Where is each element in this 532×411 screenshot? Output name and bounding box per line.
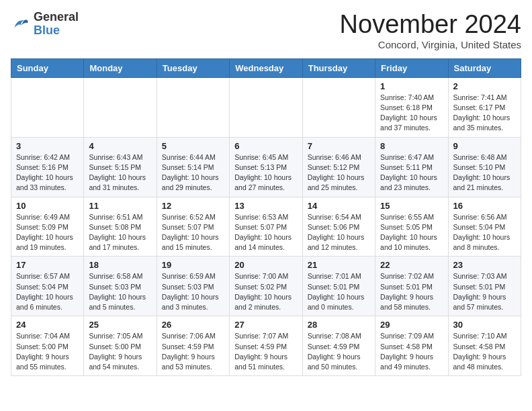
day-number: 28 xyxy=(308,320,370,330)
calendar-cell: 2Sunrise: 7:41 AM Sunset: 6:17 PM Daylig… xyxy=(448,77,521,137)
calendar-cell: 30Sunrise: 7:10 AM Sunset: 4:58 PM Dayli… xyxy=(448,316,521,376)
day-number: 27 xyxy=(234,320,297,330)
page-header: General Blue November 2024 Concord, Virg… xyxy=(11,11,521,50)
calendar-cell: 3Sunrise: 6:42 AM Sunset: 5:16 PM Daylig… xyxy=(11,137,84,197)
day-number: 8 xyxy=(380,141,443,151)
calendar-cell: 4Sunrise: 6:43 AM Sunset: 5:15 PM Daylig… xyxy=(84,137,157,197)
calendar-cell: 16Sunrise: 6:56 AM Sunset: 5:04 PM Dayli… xyxy=(448,197,521,257)
calendar-cell: 12Sunrise: 6:52 AM Sunset: 5:07 PM Dayli… xyxy=(157,197,229,257)
day-info: Sunrise: 6:45 AM Sunset: 5:13 PM Dayligh… xyxy=(234,152,297,193)
title-block: November 2024 Concord, Virginia, United … xyxy=(340,11,521,50)
weekday-header-thursday: Thursday xyxy=(302,58,375,77)
day-info: Sunrise: 7:41 AM Sunset: 6:17 PM Dayligh… xyxy=(453,93,516,134)
calendar-cell xyxy=(157,77,229,137)
calendar-cell: 28Sunrise: 7:08 AM Sunset: 4:59 PM Dayli… xyxy=(302,316,375,376)
day-info: Sunrise: 7:06 AM Sunset: 4:59 PM Dayligh… xyxy=(162,331,224,372)
day-number: 17 xyxy=(16,260,79,270)
calendar-cell: 29Sunrise: 7:09 AM Sunset: 4:58 PM Dayli… xyxy=(375,316,448,376)
calendar-cell: 10Sunrise: 6:49 AM Sunset: 5:09 PM Dayli… xyxy=(11,197,84,257)
calendar-cell: 17Sunrise: 6:57 AM Sunset: 5:04 PM Dayli… xyxy=(11,257,84,316)
day-number: 4 xyxy=(89,141,151,151)
day-number: 13 xyxy=(234,201,297,211)
day-info: Sunrise: 6:48 AM Sunset: 5:10 PM Dayligh… xyxy=(453,152,516,193)
calendar-cell: 6Sunrise: 6:45 AM Sunset: 5:13 PM Daylig… xyxy=(230,137,302,197)
day-number: 30 xyxy=(453,320,516,330)
calendar-cell xyxy=(84,77,157,137)
day-number: 16 xyxy=(453,201,516,211)
day-info: Sunrise: 6:42 AM Sunset: 5:16 PM Dayligh… xyxy=(16,152,79,193)
calendar-cell: 1Sunrise: 7:40 AM Sunset: 6:18 PM Daylig… xyxy=(375,77,448,137)
day-number: 14 xyxy=(308,201,370,211)
day-number: 5 xyxy=(162,141,224,151)
day-info: Sunrise: 7:10 AM Sunset: 4:58 PM Dayligh… xyxy=(453,331,516,372)
day-number: 11 xyxy=(89,201,151,211)
calendar-cell xyxy=(11,77,84,137)
location-subtitle: Concord, Virginia, United States xyxy=(340,39,521,50)
day-number: 6 xyxy=(234,141,297,151)
day-info: Sunrise: 7:05 AM Sunset: 5:00 PM Dayligh… xyxy=(89,331,151,372)
day-info: Sunrise: 6:47 AM Sunset: 5:11 PM Dayligh… xyxy=(380,152,443,193)
day-number: 25 xyxy=(89,320,151,330)
day-info: Sunrise: 6:46 AM Sunset: 5:12 PM Dayligh… xyxy=(308,152,370,193)
day-info: Sunrise: 7:40 AM Sunset: 6:18 PM Dayligh… xyxy=(380,93,443,134)
day-info: Sunrise: 7:08 AM Sunset: 4:59 PM Dayligh… xyxy=(308,331,370,372)
calendar-cell: 19Sunrise: 6:59 AM Sunset: 5:03 PM Dayli… xyxy=(157,257,229,316)
day-info: Sunrise: 6:58 AM Sunset: 5:03 PM Dayligh… xyxy=(89,271,151,312)
day-number: 12 xyxy=(162,201,224,211)
day-number: 29 xyxy=(380,320,443,330)
calendar-cell: 27Sunrise: 7:07 AM Sunset: 4:59 PM Dayli… xyxy=(230,316,302,376)
day-info: Sunrise: 6:51 AM Sunset: 5:08 PM Dayligh… xyxy=(89,212,151,253)
day-info: Sunrise: 7:02 AM Sunset: 5:01 PM Dayligh… xyxy=(380,271,443,312)
day-number: 21 xyxy=(308,260,370,270)
day-info: Sunrise: 6:52 AM Sunset: 5:07 PM Dayligh… xyxy=(162,212,224,253)
weekday-header-monday: Monday xyxy=(84,58,157,77)
day-info: Sunrise: 7:00 AM Sunset: 5:02 PM Dayligh… xyxy=(234,271,297,312)
day-info: Sunrise: 6:53 AM Sunset: 5:07 PM Dayligh… xyxy=(234,212,297,253)
logo-text: General Blue xyxy=(34,11,79,38)
day-number: 23 xyxy=(453,260,516,270)
logo: General Blue xyxy=(11,11,79,38)
calendar-cell: 13Sunrise: 6:53 AM Sunset: 5:07 PM Dayli… xyxy=(230,197,302,257)
day-number: 26 xyxy=(162,320,224,330)
day-info: Sunrise: 6:59 AM Sunset: 5:03 PM Dayligh… xyxy=(162,271,224,312)
month-title: November 2024 xyxy=(340,11,521,39)
calendar-week-4: 17Sunrise: 6:57 AM Sunset: 5:04 PM Dayli… xyxy=(11,257,521,316)
calendar-cell: 9Sunrise: 6:48 AM Sunset: 5:10 PM Daylig… xyxy=(448,137,521,197)
weekday-header-sunday: Sunday xyxy=(11,58,84,77)
day-number: 19 xyxy=(162,260,224,270)
calendar-cell: 21Sunrise: 7:01 AM Sunset: 5:01 PM Dayli… xyxy=(302,257,375,316)
day-number: 20 xyxy=(234,260,297,270)
calendar-cell: 8Sunrise: 6:47 AM Sunset: 5:11 PM Daylig… xyxy=(375,137,448,197)
day-number: 1 xyxy=(380,81,443,91)
weekday-header-friday: Friday xyxy=(375,58,448,77)
weekday-header-row: SundayMondayTuesdayWednesdayThursdayFrid… xyxy=(11,58,521,77)
calendar-cell: 11Sunrise: 6:51 AM Sunset: 5:08 PM Dayli… xyxy=(84,197,157,257)
calendar-week-1: 1Sunrise: 7:40 AM Sunset: 6:18 PM Daylig… xyxy=(11,77,521,137)
calendar-cell: 14Sunrise: 6:54 AM Sunset: 5:06 PM Dayli… xyxy=(302,197,375,257)
logo-bird-icon xyxy=(11,15,30,34)
calendar-cell: 24Sunrise: 7:04 AM Sunset: 5:00 PM Dayli… xyxy=(11,316,84,376)
day-info: Sunrise: 7:04 AM Sunset: 5:00 PM Dayligh… xyxy=(16,331,79,372)
calendar-cell xyxy=(230,77,302,137)
day-info: Sunrise: 7:01 AM Sunset: 5:01 PM Dayligh… xyxy=(308,271,370,312)
day-info: Sunrise: 6:54 AM Sunset: 5:06 PM Dayligh… xyxy=(308,212,370,253)
day-number: 9 xyxy=(453,141,516,151)
calendar-week-3: 10Sunrise: 6:49 AM Sunset: 5:09 PM Dayli… xyxy=(11,197,521,257)
day-number: 18 xyxy=(89,260,151,270)
day-info: Sunrise: 7:03 AM Sunset: 5:01 PM Dayligh… xyxy=(453,271,516,312)
day-info: Sunrise: 7:07 AM Sunset: 4:59 PM Dayligh… xyxy=(234,331,297,372)
calendar-cell: 18Sunrise: 6:58 AM Sunset: 5:03 PM Dayli… xyxy=(84,257,157,316)
calendar-cell: 20Sunrise: 7:00 AM Sunset: 5:02 PM Dayli… xyxy=(230,257,302,316)
calendar-cell xyxy=(302,77,375,137)
calendar-cell: 26Sunrise: 7:06 AM Sunset: 4:59 PM Dayli… xyxy=(157,316,229,376)
calendar-week-5: 24Sunrise: 7:04 AM Sunset: 5:00 PM Dayli… xyxy=(11,316,521,376)
day-number: 7 xyxy=(308,141,370,151)
day-number: 22 xyxy=(380,260,443,270)
calendar-cell: 23Sunrise: 7:03 AM Sunset: 5:01 PM Dayli… xyxy=(448,257,521,316)
calendar-cell: 15Sunrise: 6:55 AM Sunset: 5:05 PM Dayli… xyxy=(375,197,448,257)
day-info: Sunrise: 6:49 AM Sunset: 5:09 PM Dayligh… xyxy=(16,212,79,253)
calendar-week-2: 3Sunrise: 6:42 AM Sunset: 5:16 PM Daylig… xyxy=(11,137,521,197)
calendar-table: SundayMondayTuesdayWednesdayThursdayFrid… xyxy=(11,58,521,376)
day-number: 10 xyxy=(16,201,79,211)
calendar-cell: 7Sunrise: 6:46 AM Sunset: 5:12 PM Daylig… xyxy=(302,137,375,197)
